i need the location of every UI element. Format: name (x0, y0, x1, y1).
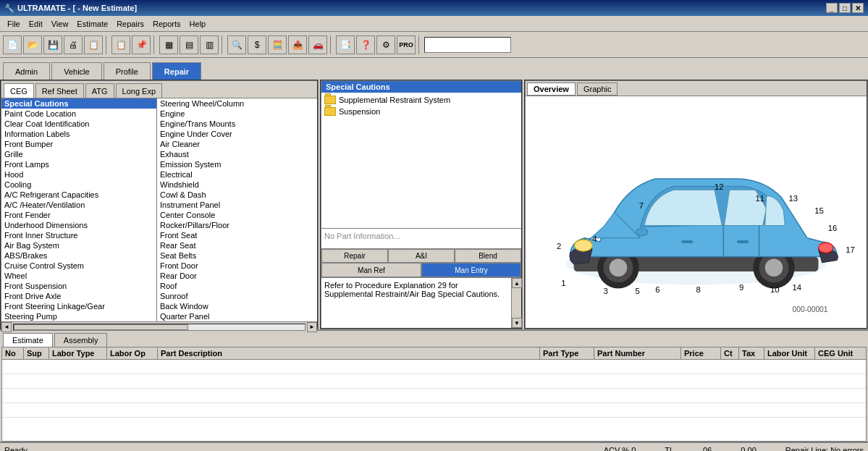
paste-button[interactable]: 📌 (132, 35, 151, 54)
copy2-button[interactable]: 📑 (336, 35, 355, 54)
list-item[interactable]: Grille (1, 149, 156, 159)
nav-tab-profile[interactable]: Profile (104, 62, 151, 80)
list-item[interactable]: Cooling (1, 180, 156, 190)
list-item[interactable]: Air Cleaner (157, 139, 317, 149)
list-item[interactable]: Exhaust (157, 149, 317, 159)
list-item[interactable]: A/C /Heater/Ventilation (1, 200, 156, 210)
list-item[interactable]: Front Bumper (1, 139, 156, 149)
list-item[interactable]: Front Door (157, 261, 317, 271)
list-item[interactable]: Cowl & Dash (157, 190, 317, 200)
list-item[interactable]: Special Cautions (1, 98, 156, 109)
copy-button[interactable]: 📋 (111, 35, 130, 54)
dollar-button[interactable]: $ (248, 35, 266, 54)
print-button[interactable]: 🖨 (64, 35, 83, 54)
estimate-tab[interactable]: Estimate (3, 333, 53, 347)
tree-item-srs[interactable]: Supplemental Restraint System (323, 94, 520, 106)
list-item[interactable]: ABS/Brakes (1, 250, 156, 261)
list-item[interactable]: Front Drive Axle (1, 291, 156, 301)
list-item[interactable]: Front Suspension (1, 281, 156, 291)
list-item[interactable]: Rear Door (157, 271, 317, 281)
sub-tab-longexp[interactable]: Long Exp (116, 83, 162, 98)
nav-tab-vehicle[interactable]: Vehicle (51, 62, 101, 80)
list-item[interactable]: Clear Coat Identification (1, 119, 156, 129)
list-item[interactable]: Seat Belts (157, 250, 317, 261)
graphic-tab[interactable]: Graphic (577, 83, 618, 96)
list-item[interactable]: Wheel (1, 271, 156, 281)
zoom-button[interactable]: 🔍 (227, 35, 246, 54)
list-item[interactable]: Engine (157, 109, 317, 119)
help-icon-button[interactable]: ❓ (356, 35, 375, 54)
list-item[interactable]: Information Labels (1, 129, 156, 139)
list-item[interactable]: Hood (1, 169, 156, 180)
save-button[interactable]: 💾 (43, 35, 62, 54)
horizontal-scrollbar[interactable]: ◄ ► (1, 321, 317, 332)
table-row[interactable] (2, 374, 866, 389)
table-row[interactable] (2, 389, 866, 403)
tool2[interactable]: ▤ (180, 35, 198, 54)
menu-file[interactable]: File (3, 18, 25, 30)
repair-button[interactable]: Repair (321, 249, 388, 263)
sub-tab-atg[interactable]: ATG (85, 83, 114, 98)
man-entry-button[interactable]: Man Entry (421, 263, 521, 277)
scroll-bar[interactable]: ▲ ▼ (511, 278, 521, 328)
nav-tab-repair[interactable]: Repair (152, 62, 201, 80)
list-item[interactable]: Paint Code Location (1, 109, 156, 119)
menu-view[interactable]: View (47, 18, 73, 30)
list-item[interactable]: Front Inner Structure (1, 230, 156, 240)
overview-tab[interactable]: Overview (527, 83, 576, 96)
nav-tab-admin[interactable]: Admin (3, 62, 50, 80)
list-item[interactable]: Windshield (157, 180, 317, 190)
list-item[interactable]: Front Seat (157, 230, 317, 240)
list-item[interactable]: Engine Under Cover (157, 129, 317, 139)
sub-tab-ceg[interactable]: CEG (4, 83, 34, 98)
assembly-tab[interactable]: Assembly (54, 333, 108, 347)
table-row[interactable] (2, 418, 866, 432)
list-item[interactable]: Sunroof (157, 291, 317, 301)
list-item[interactable]: Roof (157, 281, 317, 291)
list-item[interactable]: Center Console (157, 210, 317, 220)
list-item[interactable]: Steering Wheel/Column (157, 98, 317, 109)
sub-tab-refsheet[interactable]: Ref Sheet (35, 83, 84, 98)
tool3[interactable]: ▥ (200, 35, 219, 54)
list-item[interactable]: A/C Refrigerant Capacities (1, 190, 156, 200)
list-item[interactable]: Back Window (157, 301, 317, 311)
menu-repairs[interactable]: Repairs (112, 18, 148, 30)
export-button[interactable]: 📤 (288, 35, 307, 54)
tool1[interactable]: ▦ (159, 35, 178, 54)
maximize-button[interactable]: □ (839, 3, 851, 13)
menu-help[interactable]: Help (185, 18, 211, 30)
man-ref-button[interactable]: Man Ref (321, 263, 421, 277)
menu-reports[interactable]: Reports (148, 18, 185, 30)
car-button[interactable]: 🚗 (308, 35, 327, 54)
list-item[interactable]: Front Lamps (1, 159, 156, 169)
list-item[interactable]: Rocker/Pillars/Floor (157, 220, 317, 230)
menu-edit[interactable]: Edit (25, 18, 47, 30)
open-button[interactable]: 📂 (23, 35, 42, 54)
minimize-button[interactable]: _ (826, 3, 838, 13)
list-item[interactable]: Steering Pump (1, 311, 156, 321)
list-item[interactable]: Quarter Panel (157, 311, 317, 321)
ani-button[interactable]: A&I (388, 249, 455, 263)
table-row[interactable] (2, 360, 866, 374)
list-item[interactable]: Underhood Dimensions (1, 220, 156, 230)
list-item[interactable]: Cruise Control System (1, 261, 156, 271)
right-list[interactable]: Steering Wheel/Column Engine Engine/Tran… (157, 98, 317, 321)
table-row[interactable] (2, 403, 866, 418)
list-item[interactable]: Rear Seat (157, 240, 317, 250)
close-button[interactable]: ✕ (852, 3, 864, 13)
pro-button[interactable]: PRO (397, 35, 416, 54)
tree-item-suspension[interactable]: Suspension (323, 106, 520, 117)
left-list[interactable]: Special Cautions Paint Code Location Cle… (1, 98, 157, 321)
list-item[interactable]: Instrument Panel (157, 200, 317, 210)
new-button[interactable]: 📄 (3, 35, 22, 54)
list-item[interactable]: Electrical (157, 169, 317, 180)
settings-button[interactable]: ⚙ (376, 35, 395, 54)
list-item[interactable]: Air Bag System (1, 240, 156, 250)
search-input[interactable] (424, 37, 511, 53)
menu-estimate[interactable]: Estimate (72, 18, 112, 30)
calc-button[interactable]: 🧮 (268, 35, 287, 54)
list-item[interactable]: Front Steering Linkage/Gear (1, 301, 156, 311)
blend-button[interactable]: Blend (455, 249, 521, 263)
list-item[interactable]: Front Fender (1, 210, 156, 220)
preview-button[interactable]: 📋 (84, 35, 103, 54)
